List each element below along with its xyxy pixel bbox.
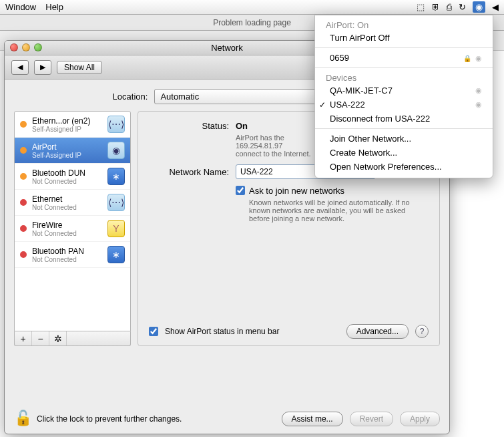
signal-icon: ◉ xyxy=(475,54,482,62)
ask-join-label: Ask to join new networks xyxy=(249,186,344,196)
network-name-label: Network Name: xyxy=(149,167,229,177)
add-interface-button[interactable]: + xyxy=(15,331,32,345)
status-dot xyxy=(20,121,27,128)
status-dot xyxy=(20,251,27,258)
sync-icon[interactable]: ↻ xyxy=(459,2,466,12)
show-status-label: Show AirPort status in menu bar xyxy=(165,327,340,336)
device-usa-222-item[interactable]: USA-222 ◉ xyxy=(315,98,493,112)
interface-list: Ethern...or (en2)Self-Assigned IP ⟨⋯⟩ Ai… xyxy=(14,111,131,331)
advanced-button[interactable]: Advanced... xyxy=(346,324,409,339)
devices-header: Devices xyxy=(315,71,493,84)
open-prefs-item[interactable]: Open Network Preferences... xyxy=(315,160,493,174)
join-other-item[interactable]: Join Other Network... xyxy=(315,132,493,146)
printer-icon[interactable]: ⎙ xyxy=(447,2,452,12)
status-dot xyxy=(20,173,27,180)
close-button[interactable] xyxy=(10,43,18,51)
status-dot xyxy=(20,225,27,232)
ask-join-checkbox[interactable] xyxy=(236,186,245,195)
status-label: Status: xyxy=(149,121,229,131)
help-button[interactable]: ? xyxy=(415,325,429,338)
status-dot xyxy=(20,147,27,154)
show-status-checkbox[interactable] xyxy=(149,327,158,336)
wifi-menu-icon[interactable]: ◉ xyxy=(473,1,485,13)
dropbox-icon[interactable]: ⬚ xyxy=(417,2,425,12)
wifi-icon: ◉ xyxy=(107,142,125,159)
sidebar-item-ethernet-en2[interactable]: Ethern...or (en2)Self-Assigned IP ⟨⋯⟩ xyxy=(15,112,130,138)
tab-title: Problem loading page xyxy=(213,18,291,27)
volume-icon[interactable]: ◀ xyxy=(492,2,499,12)
assist-button[interactable]: Assist me... xyxy=(282,412,343,426)
ask-join-desc: Known networks will be joined automatica… xyxy=(249,198,416,223)
remove-interface-button[interactable]: − xyxy=(32,331,49,345)
disconnect-item[interactable]: Disconnect from USA-222 xyxy=(315,112,493,126)
menu-window[interactable]: Window xyxy=(5,2,36,12)
sidebar-item-firewire[interactable]: FireWireNot Connected Y xyxy=(15,216,130,242)
sidebar-item-bluetooth-pan[interactable]: Bluetooth PANNot Connected ∗ xyxy=(15,242,130,268)
revert-button[interactable]: Revert xyxy=(350,412,393,426)
bluetooth-icon: ∗ xyxy=(107,168,125,185)
sidebar-item-airport[interactable]: AirPortSelf-Assigned IP ◉ xyxy=(15,138,130,164)
location-select[interactable]: Automatic xyxy=(154,89,341,104)
lock-icon: 🔒 xyxy=(463,55,471,62)
lock-text: Click the lock to prevent further change… xyxy=(37,414,275,424)
device-qa-mik-item[interactable]: QA-MIK-JET-C7 ◉ xyxy=(315,84,493,98)
back-button[interactable]: ◀ xyxy=(11,60,29,75)
status-value: On xyxy=(236,121,248,131)
show-all-button[interactable]: Show All xyxy=(57,61,102,74)
minimize-button[interactable] xyxy=(22,43,30,51)
gear-button[interactable]: ✲ xyxy=(49,331,67,345)
status-dot xyxy=(20,199,27,206)
sidebar-item-ethernet[interactable]: EthernetNot Connected ⟨⋯⟩ xyxy=(15,190,130,216)
turn-off-item[interactable]: Turn AirPort Off xyxy=(315,31,493,45)
bluetooth-icon: ∗ xyxy=(107,246,125,263)
menu-help[interactable]: Help xyxy=(45,2,63,12)
apply-button[interactable]: Apply xyxy=(400,412,440,426)
signal-icon: ◉ xyxy=(475,100,482,109)
shield-icon[interactable]: ⛨ xyxy=(431,2,440,12)
location-label: Location: xyxy=(113,92,148,102)
forward-button[interactable]: ▶ xyxy=(34,60,51,75)
window-title: Network xyxy=(211,43,243,53)
footer: 🔓 Click the lock to prevent further chan… xyxy=(14,410,440,428)
sidebar: Ethern...or (en2)Self-Assigned IP ⟨⋯⟩ Ai… xyxy=(14,111,131,346)
firewire-icon: Y xyxy=(107,220,125,237)
sidebar-item-bluetooth-dun[interactable]: Bluetooth DUNNot Connected ∗ xyxy=(15,164,130,190)
create-network-item[interactable]: Create Network... xyxy=(315,146,493,160)
dropdown-status: AirPort: On xyxy=(315,18,493,31)
sidebar-toolbar: + − ✲ xyxy=(14,331,131,346)
menubar: Window Help ⬚ ⛨ ⎙ ↻ ◉ ◀ xyxy=(0,0,504,15)
zoom-button[interactable] xyxy=(34,43,42,51)
ethernet-icon: ⟨⋯⟩ xyxy=(107,116,125,133)
lock-icon[interactable]: 🔓 xyxy=(14,410,30,428)
wifi-dropdown: AirPort: On Turn AirPort Off 0659 🔒◉ Dev… xyxy=(314,15,493,178)
signal-icon: ◉ xyxy=(475,86,482,95)
network-0659-item[interactable]: 0659 🔒◉ xyxy=(315,51,493,65)
ethernet-icon: ⟨⋯⟩ xyxy=(107,194,125,211)
